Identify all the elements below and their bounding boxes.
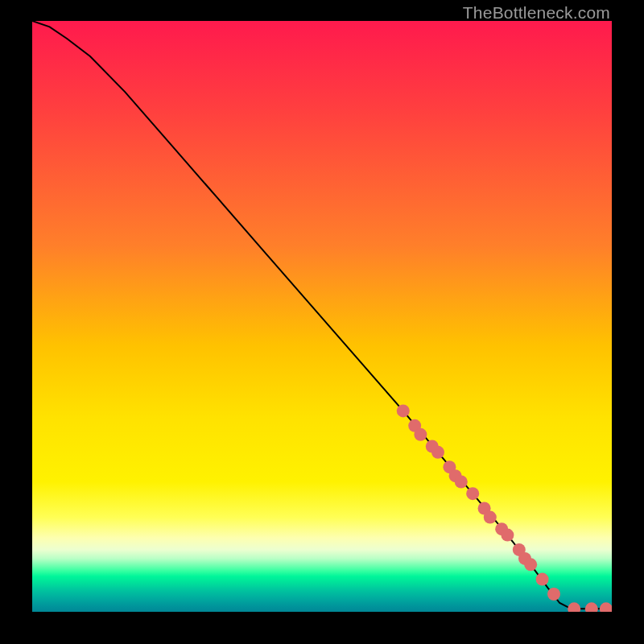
marker-group (397, 404, 612, 612)
data-marker (431, 446, 444, 459)
chart-frame: TheBottleneck.com (0, 0, 644, 644)
data-marker (466, 487, 479, 500)
data-marker (501, 529, 514, 542)
data-marker (600, 602, 612, 612)
plot-area (32, 21, 612, 612)
data-marker (484, 511, 497, 524)
data-marker (568, 602, 580, 612)
data-marker (414, 428, 427, 441)
data-marker (585, 602, 598, 612)
data-marker (397, 404, 410, 417)
data-marker (524, 558, 537, 571)
performance-curve (32, 21, 612, 609)
data-marker (547, 588, 560, 601)
chart-overlay (32, 21, 612, 612)
watermark-text: TheBottleneck.com (463, 3, 610, 23)
data-marker (536, 573, 549, 586)
data-marker (455, 476, 468, 489)
